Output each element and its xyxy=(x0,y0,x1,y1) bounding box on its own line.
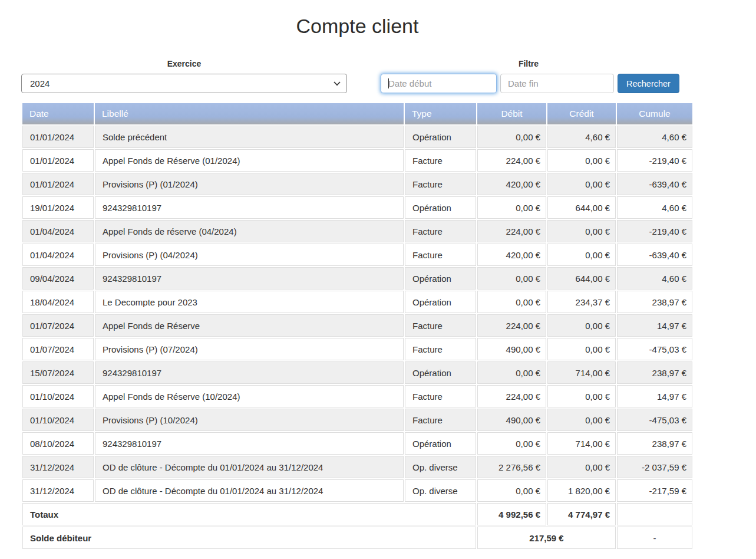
column-header-type: Type xyxy=(405,103,476,124)
cell-type: Opération xyxy=(405,361,476,384)
cell-libelle: Appel Fonds de réserve (04/2024) xyxy=(95,220,404,242)
cell-credit: 0,00 € xyxy=(547,314,616,337)
cell-cumule: 238,97 € xyxy=(617,361,692,384)
cell-cumule: -2 037,59 € xyxy=(617,456,692,478)
filtre-group: Filtre Rechercher xyxy=(381,59,676,93)
totaux-cumule xyxy=(617,503,692,525)
cell-libelle: 924329810197 xyxy=(95,432,404,455)
table-header: Date Libellé Type Débit Crédit Cumule xyxy=(22,103,692,124)
cell-credit: 0,00 € xyxy=(547,244,616,266)
column-header-libelle: Libellé xyxy=(95,103,404,124)
table-row: 01/04/2024Appel Fonds de réserve (04/202… xyxy=(22,220,692,242)
table-row: 09/04/2024924329810197Opération0,00 €644… xyxy=(22,267,692,290)
cell-debit: 2 276,56 € xyxy=(477,456,546,478)
cell-libelle: Provisions (P) (07/2024) xyxy=(95,338,404,360)
solde-debiteur-value: 217,59 € xyxy=(477,527,616,549)
column-header-cumule: Cumule xyxy=(617,103,692,124)
cell-cumule: 4,60 € xyxy=(617,267,692,290)
cell-date: 01/10/2024 xyxy=(22,385,94,407)
solde-debiteur-row: Solde débiteur 217,59 € - xyxy=(22,527,692,549)
cell-libelle: Appel Fonds de Réserve xyxy=(95,314,404,337)
cell-type: Op. diverse xyxy=(405,456,476,478)
table-row: 01/10/2024Appel Fonds de Réserve (10/202… xyxy=(22,385,692,407)
cell-debit: 0,00 € xyxy=(477,432,546,455)
table-body: 01/01/2024Solde précédentOpération0,00 €… xyxy=(22,126,692,502)
table-row: 01/01/2024Appel Fonds de Réserve (01/202… xyxy=(22,149,692,172)
cell-type: Facture xyxy=(405,338,476,360)
cell-date: 01/10/2024 xyxy=(22,409,94,431)
cell-date: 01/07/2024 xyxy=(22,314,94,337)
cell-libelle: Appel Fonds de Réserve (01/2024) xyxy=(95,149,404,172)
cell-type: Facture xyxy=(405,173,476,195)
cell-type: Facture xyxy=(405,220,476,242)
cell-cumule: 4,60 € xyxy=(617,126,692,148)
cell-credit: 0,00 € xyxy=(547,409,616,431)
cell-credit: 4,60 € xyxy=(547,126,616,148)
cell-cumule: 4,60 € xyxy=(617,196,692,219)
table-row: 31/12/2024OD de clôture - Décompte du 01… xyxy=(22,479,692,502)
cell-date: 01/01/2024 xyxy=(22,173,94,195)
cell-type: Opération xyxy=(405,196,476,219)
cell-credit: 234,37 € xyxy=(547,291,616,313)
cell-date: 18/04/2024 xyxy=(22,291,94,313)
totaux-row: Totaux 4 992,56 € 4 774,97 € xyxy=(22,503,692,525)
account-table: Date Libellé Type Débit Crédit Cumule 01… xyxy=(21,102,694,550)
exercice-label: Exercice xyxy=(21,59,347,68)
table-row: 18/04/2024Le Decompte pour 2023Opération… xyxy=(22,291,692,313)
table-row: 08/10/2024924329810197Opération0,00 €714… xyxy=(22,432,692,455)
cell-cumule: 238,97 € xyxy=(617,291,692,313)
cell-libelle: Provisions (P) (10/2024) xyxy=(95,409,404,431)
cell-type: Facture xyxy=(405,149,476,172)
cell-credit: 644,00 € xyxy=(547,196,616,219)
totaux-label: Totaux xyxy=(22,503,476,525)
column-header-date: Date xyxy=(22,103,94,124)
cell-type: Opération xyxy=(405,432,476,455)
cell-date: 09/04/2024 xyxy=(22,267,94,290)
totaux-credit: 4 774,97 € xyxy=(547,503,616,525)
solde-debiteur-label: Solde débiteur xyxy=(22,527,476,549)
cell-libelle: OD de clôture - Décompte du 01/01/2024 a… xyxy=(95,456,404,478)
cell-type: Opération xyxy=(405,291,476,313)
cell-date: 19/01/2024 xyxy=(22,196,94,219)
cell-cumule: 14,97 € xyxy=(617,385,692,407)
cell-credit: 1 820,00 € xyxy=(547,479,616,502)
table-row: 15/07/2024924329810197Opération0,00 €714… xyxy=(22,361,692,384)
page-title: Compte client xyxy=(21,14,694,38)
table-row: 01/04/2024Provisions (P) (04/2024)Factur… xyxy=(22,244,692,266)
totaux-debit: 4 992,56 € xyxy=(477,503,546,525)
text-cursor xyxy=(388,78,389,88)
table-row: 01/01/2024Provisions (P) (01/2024)Factur… xyxy=(22,173,692,195)
cell-type: Facture xyxy=(405,385,476,407)
cell-cumule: -217,59 € xyxy=(617,479,692,502)
cell-credit: 0,00 € xyxy=(547,173,616,195)
cell-cumule: -219,40 € xyxy=(617,149,692,172)
cell-credit: 644,00 € xyxy=(547,267,616,290)
cell-cumule: -475,03 € xyxy=(617,338,692,360)
date-debut-input[interactable] xyxy=(381,74,497,93)
cell-type: Opération xyxy=(405,267,476,290)
cell-cumule: -639,40 € xyxy=(617,244,692,266)
cell-libelle: 924329810197 xyxy=(95,196,404,219)
cell-cumule: 238,97 € xyxy=(617,432,692,455)
cell-type: Facture xyxy=(405,314,476,337)
cell-libelle: 924329810197 xyxy=(95,267,404,290)
cell-credit: 0,00 € xyxy=(547,456,616,478)
cell-cumule: 14,97 € xyxy=(617,314,692,337)
exercice-select[interactable]: 2024 xyxy=(21,74,347,93)
table-row: 01/07/2024Provisions (P) (07/2024)Factur… xyxy=(22,338,692,360)
rechercher-button[interactable]: Rechercher xyxy=(618,74,679,93)
cell-date: 01/01/2024 xyxy=(22,149,94,172)
filtre-row: Rechercher xyxy=(381,74,676,93)
cell-libelle: OD de clôture - Décompte du 01/01/2024 a… xyxy=(95,479,404,502)
cell-debit: 224,00 € xyxy=(477,314,546,337)
cell-date: 15/07/2024 xyxy=(22,361,94,384)
table-row: 19/01/2024924329810197Opération0,00 €644… xyxy=(22,196,692,219)
cell-date: 01/04/2024 xyxy=(22,220,94,242)
cell-credit: 0,00 € xyxy=(547,338,616,360)
cell-debit: 0,00 € xyxy=(477,291,546,313)
cell-type: Facture xyxy=(405,244,476,266)
date-fin-input[interactable] xyxy=(500,74,614,93)
cell-debit: 420,00 € xyxy=(477,173,546,195)
cell-cumule: -219,40 € xyxy=(617,220,692,242)
cell-credit: 0,00 € xyxy=(547,385,616,407)
